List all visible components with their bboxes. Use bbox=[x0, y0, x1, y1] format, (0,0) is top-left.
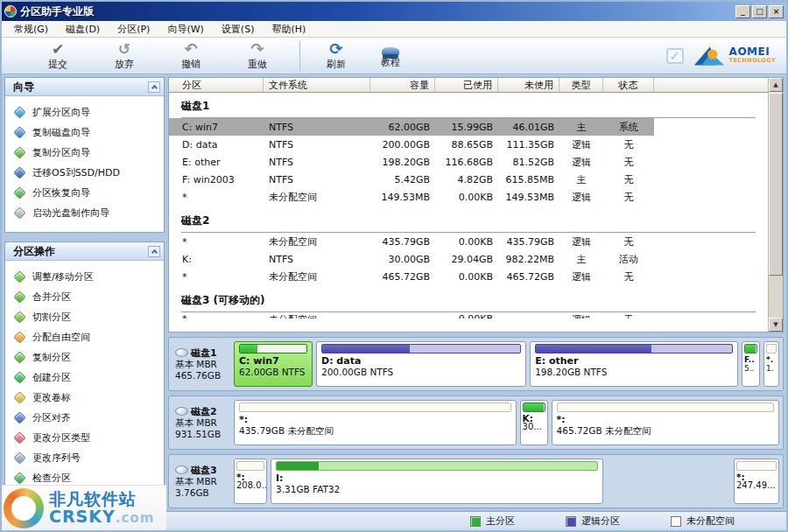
scroll-down-button[interactable]: ▼ bbox=[769, 318, 783, 332]
operations-panel-header[interactable]: 分区操作 bbox=[5, 242, 164, 261]
disk-icon bbox=[175, 407, 188, 416]
minimize-button[interactable]: _ bbox=[735, 5, 750, 18]
cell-partition: D: data bbox=[169, 136, 264, 153]
sidebar-item-allocate-free-space[interactable]: 分配自由空间 bbox=[5, 327, 164, 347]
vertical-scrollbar[interactable]: ▲ ▼ bbox=[768, 78, 783, 332]
table-row-e-other[interactable]: E: other NTFS 198.20GB 116.68GB 81.52GB … bbox=[169, 153, 768, 171]
table-row-disk1-unallocated[interactable]: * 未分配空间 149.53MB 0.00KB 149.53MB 逻辑 无 bbox=[169, 188, 768, 206]
cell-used: 0.00KB bbox=[435, 312, 498, 318]
partition-block-k[interactable]: K: 30... bbox=[520, 400, 548, 445]
table-header: 分区 文件系统 容量 已使用 未使用 类型 状态 bbox=[169, 78, 768, 93]
table-row-d-data[interactable]: D: data NTFS 200.00GB 88.65GB 111.35GB 逻… bbox=[169, 136, 768, 153]
copy-disk-wizard-icon bbox=[13, 126, 26, 139]
commit-button[interactable]: ✔ 提交 bbox=[25, 39, 91, 73]
sidebar-item-partition-recovery-wizard[interactable]: 分区恢复向导 bbox=[5, 183, 164, 203]
disk-icon bbox=[175, 348, 188, 357]
partition-block-i[interactable]: I: 3.31GB FAT32 bbox=[271, 458, 603, 504]
partition-block-disk1-unallocated[interactable]: *. 1. bbox=[763, 341, 779, 387]
partition-block-disk2-unallocated-2[interactable]: *: 465.72GB 未分配空间 bbox=[552, 400, 779, 445]
cell-status: 无 bbox=[603, 136, 654, 153]
cell-capacity: 465.72GB bbox=[370, 268, 435, 285]
partition-block-disk3-unallocated-2[interactable]: *: 247.49... bbox=[734, 458, 779, 504]
column-used[interactable]: 已使用 bbox=[435, 78, 498, 92]
partition-block-disk3-unallocated-1[interactable]: *: 208.0... bbox=[234, 458, 267, 504]
sidebar-item-copy-disk-wizard[interactable]: 复制磁盘向导 bbox=[5, 122, 164, 143]
sidebar-item-bootable-cd-wizard[interactable]: 启动光盘制作向导 bbox=[5, 203, 164, 223]
cell-filesystem: NTFS bbox=[264, 136, 370, 153]
menu-settings[interactable]: 设置(S) bbox=[213, 21, 264, 38]
disk3-label[interactable]: 磁盘3 基本 MBR 3.76GB bbox=[172, 465, 230, 499]
partition-block-e-other[interactable]: E: other 198.20GB NTFS bbox=[530, 341, 738, 387]
tutorial-button[interactable]: 教程 bbox=[363, 39, 418, 73]
usage-bar bbox=[744, 344, 757, 354]
sidebar-item-partition-align[interactable]: 分区对齐 bbox=[5, 408, 164, 428]
redo-button[interactable]: ↷ 重做 bbox=[224, 39, 291, 73]
sidebar-item-migrate-os[interactable]: 迁移OS到SSD/HDD bbox=[5, 163, 164, 183]
usage-bar bbox=[523, 402, 545, 412]
maximize-button[interactable]: □ bbox=[752, 5, 767, 18]
menu-partition[interactable]: 分区(P) bbox=[109, 21, 158, 38]
table-row-f-win2003[interactable]: F: win2003 NTFS 5.42GB 4.82GB 615.85MB 主… bbox=[169, 171, 768, 188]
discard-button[interactable]: ↺ 放弃 bbox=[91, 39, 158, 73]
sidebar-item-change-serial[interactable]: 更改序列号 bbox=[5, 448, 164, 468]
table-row-c-win7[interactable]: C: win7 NTFS 62.00GB 15.99GB 46.01GB 主 系… bbox=[169, 118, 768, 136]
cell-unused: 435.79GB bbox=[498, 233, 559, 250]
wizards-panel-header[interactable]: 向导 bbox=[5, 78, 164, 96]
titlebar: 分区助手专业版 _ □ × bbox=[2, 2, 786, 21]
column-capacity[interactable]: 容量 bbox=[370, 78, 435, 92]
menu-wizard[interactable]: 向导(W) bbox=[158, 21, 212, 38]
scrollbar-thumb[interactable] bbox=[769, 93, 783, 276]
tutorial-hat-icon bbox=[382, 47, 399, 55]
cell-status: 无 bbox=[603, 233, 654, 250]
column-unused[interactable]: 未使用 bbox=[498, 78, 559, 92]
usage-bar bbox=[276, 461, 598, 471]
collapse-chevron-icon[interactable] bbox=[148, 81, 160, 93]
copy-partition-wizard-icon bbox=[13, 146, 26, 159]
menu-help[interactable]: 帮助(H) bbox=[263, 21, 314, 38]
sidebar-item-copy-partition[interactable]: 复制分区 bbox=[5, 347, 164, 368]
sidebar-item-change-partition-type[interactable]: 更改分区类型 bbox=[5, 428, 164, 448]
sidebar-item-resize-move-partition[interactable]: 调整/移动分区 bbox=[5, 267, 164, 287]
disk1-label[interactable]: 磁盘1 基本 MBR 465.76GB bbox=[172, 347, 230, 382]
column-partition[interactable]: 分区 bbox=[169, 78, 264, 92]
split-partition-icon bbox=[13, 311, 26, 324]
column-filesystem[interactable]: 文件系统 bbox=[264, 78, 370, 92]
sidebar-item-copy-partition-wizard[interactable]: 复制分区向导 bbox=[5, 143, 164, 163]
app-window: 分区助手专业版 _ □ × 常规(G) 磁盘(D) 分区(P) 向导(W) 设置… bbox=[0, 0, 788, 532]
operations-panel: 分区操作 调整/移动分区 合并分区 切割分区 分配自由空间 复制分区 创建分区 … bbox=[4, 242, 165, 508]
cell-filesystem: 未分配空间 bbox=[264, 268, 370, 285]
table-row-disk3-unallocated[interactable]: * 未分配空间 0.00KB 逻辑 无 bbox=[169, 312, 768, 318]
menu-general[interactable]: 常规(G) bbox=[5, 21, 57, 38]
cell-unused: 149.53MB bbox=[498, 188, 559, 206]
partition-block-disk2-unallocated-1[interactable]: *: 435.79GB 未分配空间 bbox=[234, 400, 517, 445]
cell-status: 无 bbox=[603, 188, 654, 206]
cell-used: 88.65GB bbox=[435, 136, 498, 153]
table-row-k[interactable]: K: NTFS 30.00GB 29.04GB 982.22MB 主 活动 bbox=[169, 250, 768, 268]
sidebar-item-create-partition[interactable]: 创建分区 bbox=[5, 368, 164, 388]
close-button[interactable]: × bbox=[769, 5, 784, 18]
disk2-label[interactable]: 磁盘2 基本 MBR 931.51GB bbox=[172, 406, 230, 440]
cell-unused: 982.22MB bbox=[498, 250, 559, 268]
refresh-button[interactable]: ⟳ 刷新 bbox=[309, 39, 363, 73]
scroll-up-button[interactable]: ▲ bbox=[769, 78, 783, 92]
partition-block-f-win2003[interactable]: F.. 5.. bbox=[742, 341, 760, 387]
partition-block-c-win7[interactable]: C: win7 62.00GB NTFS bbox=[234, 341, 313, 387]
sidebar-item-change-label[interactable]: 更改卷标 bbox=[5, 388, 164, 408]
cell-filesystem: 未分配空间 bbox=[264, 188, 370, 206]
sidebar-item-extend-partition-wizard[interactable]: 扩展分区向导 bbox=[5, 102, 164, 122]
cell-unused: 465.72GB bbox=[498, 268, 559, 285]
table-row-disk2-unallocated-1[interactable]: * 未分配空间 435.79GB 0.00KB 435.79GB 逻辑 无 bbox=[169, 233, 768, 250]
undo-button[interactable]: ↶ 撤销 bbox=[158, 39, 224, 73]
table-row-disk2-unallocated-2[interactable]: * 未分配空间 465.72GB 0.00KB 465.72GB 逻辑 无 bbox=[169, 268, 768, 285]
sidebar-item-split-partition[interactable]: 切割分区 bbox=[5, 307, 164, 327]
column-type[interactable]: 类型 bbox=[559, 78, 603, 92]
sidebar-item-merge-partition[interactable]: 合并分区 bbox=[5, 287, 164, 307]
partition-block-d-data[interactable]: D: data 200.00GB NTFS bbox=[316, 341, 526, 387]
column-status[interactable]: 状态 bbox=[603, 78, 654, 92]
aomei-logo-icon bbox=[693, 45, 726, 67]
collapse-chevron-icon[interactable] bbox=[148, 246, 160, 257]
toolbar-separator bbox=[299, 41, 300, 71]
wizards-panel: 向导 扩展分区向导 复制磁盘向导 复制分区向导 迁移OS到SSD/HDD 分区恢… bbox=[4, 77, 165, 233]
menu-disk[interactable]: 磁盘(D) bbox=[57, 21, 109, 38]
column-filler bbox=[654, 78, 768, 92]
